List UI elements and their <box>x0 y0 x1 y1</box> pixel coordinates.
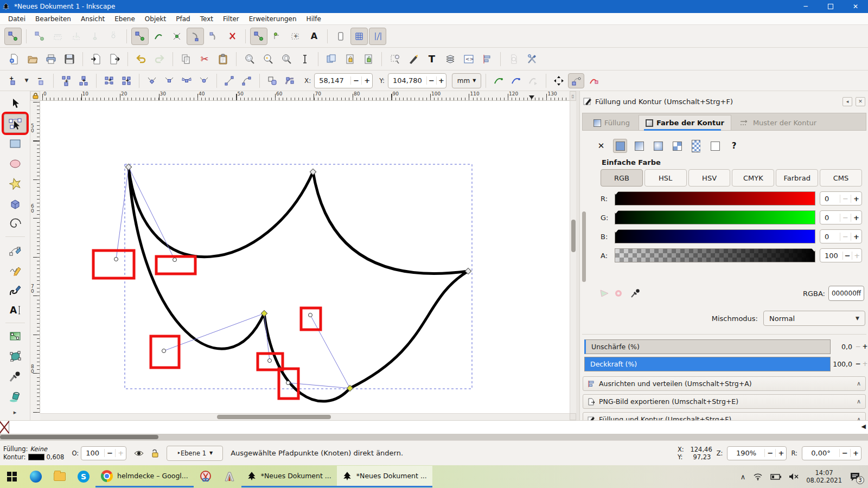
swatch-icon[interactable] <box>689 139 703 153</box>
node-tool-icon[interactable] <box>4 114 27 133</box>
zoom-drawing-icon[interactable] <box>259 50 277 68</box>
snap-master-icon[interactable] <box>4 28 22 45</box>
more-tools-icon[interactable]: ▸ <box>14 409 17 416</box>
tab-hsv[interactable]: HSV <box>688 169 731 187</box>
vscrollbar-handle[interactable] <box>571 220 576 252</box>
menu-item[interactable]: Bearbeiten <box>30 14 76 24</box>
rectangle-tool-icon[interactable] <box>4 134 27 153</box>
join-node-icon[interactable]: + <box>58 73 74 88</box>
snap-intersection-icon[interactable] <box>168 28 186 45</box>
object-opacity-field[interactable]: 100−+ <box>81 446 126 460</box>
insert-node-icon[interactable]: + <box>4 73 21 88</box>
action-center-button[interactable]: 3 <box>850 472 860 481</box>
blend-mode-dropdown[interactable]: Normal▼ <box>763 311 865 326</box>
dock-close-button[interactable]: ✕ <box>856 97 865 106</box>
inkscape-window-1-button[interactable]: *Neues Dokument ... <box>241 466 337 487</box>
blur-plus-button[interactable]: + <box>861 343 868 350</box>
unknown-paint-icon[interactable] <box>708 139 722 153</box>
object-to-path-icon[interactable] <box>264 73 280 88</box>
menu-item[interactable]: Erweiterungen <box>244 14 302 24</box>
inkscape-window-2-button[interactable]: *Neues Dokument ... <box>337 466 432 487</box>
curve-segment-icon[interactable] <box>239 73 255 88</box>
snap-others-icon[interactable] <box>250 28 267 45</box>
export-panel-bar[interactable]: PNG-Bild exportieren (Umschalt+Strg+E)∧ <box>583 394 866 409</box>
hscrollbar-handle[interactable] <box>217 415 331 419</box>
fill-stroke-panel-bar[interactable]: Füllung und Kontur (Umschalt+Strg+F)∧ <box>583 412 866 420</box>
alpha-value-field[interactable]: 100−+ <box>820 248 862 262</box>
export-icon[interactable] <box>106 50 123 68</box>
snap-bbox-corner-icon[interactable] <box>68 28 85 45</box>
snap-nodes-icon[interactable] <box>131 28 149 45</box>
duplicate-icon[interactable] <box>323 50 340 68</box>
pattern-icon[interactable] <box>670 139 684 153</box>
open-icon[interactable] <box>24 50 41 68</box>
snap-grid-icon[interactable] <box>350 28 368 45</box>
blur-value[interactable]: 0,0 <box>831 343 854 351</box>
help-icon[interactable]: ? <box>727 139 741 153</box>
lpe-show-icon[interactable] <box>525 73 541 88</box>
ruler-unit-corner-button[interactable]: ▯ <box>570 91 576 101</box>
layer-visibility-eye-icon[interactable] <box>134 450 144 457</box>
vertical-ruler[interactable]: 50607080 <box>30 101 40 413</box>
new-document-icon[interactable] <box>5 50 23 68</box>
layer-dropdown[interactable]: ‣Ebene 1▼ <box>167 446 223 461</box>
tab-fill[interactable]: Füllung <box>587 115 636 130</box>
minimize-button[interactable]: ─ <box>793 0 818 13</box>
tab-cms[interactable]: CMS <box>820 169 862 187</box>
path-outline-icon[interactable] <box>585 73 602 88</box>
start-button[interactable] <box>0 466 24 487</box>
snap-rotation-center-icon[interactable]: + <box>287 28 304 45</box>
file-explorer-button[interactable] <box>48 466 72 487</box>
palette-scrollbar-handle[interactable] <box>0 435 158 439</box>
menu-item[interactable]: Ansicht <box>76 14 110 24</box>
text-tool-icon[interactable]: A <box>4 300 27 319</box>
x-minus-button[interactable]: − <box>350 76 361 85</box>
unlink-clone-icon[interactable] <box>360 50 377 68</box>
guide-lock-button[interactable] <box>30 91 40 101</box>
blur-minus-button[interactable]: − <box>854 343 861 350</box>
tab-cmyk[interactable]: CMYK <box>732 169 774 187</box>
clone-icon[interactable] <box>341 50 359 68</box>
blue-slider[interactable] <box>615 229 815 243</box>
snap-guides-icon[interactable] <box>369 28 386 45</box>
menu-item[interactable]: Text <box>195 14 218 24</box>
tab-rgb[interactable]: RGB <box>601 169 643 187</box>
join-segment-icon[interactable]: + <box>101 73 117 88</box>
align-panel-bar[interactable]: Ausrichten und verteilen (Umschalt+Strg+… <box>583 376 866 391</box>
stroke-to-path-icon[interactable] <box>282 73 298 88</box>
pen-tool-icon[interactable] <box>4 240 27 259</box>
snap-path-icon[interactable] <box>150 28 167 45</box>
insert-node-menu-icon[interactable]: ▼ <box>22 73 31 88</box>
green-slider[interactable] <box>615 210 815 224</box>
layer-lock-icon[interactable] <box>151 449 159 458</box>
edit-paths-icon[interactable] <box>405 50 422 68</box>
wifi-icon[interactable] <box>753 473 763 480</box>
snap-object-center-icon[interactable] <box>269 28 286 45</box>
delete-node-icon[interactable]: − <box>33 73 49 88</box>
snap-bbox-edge-icon[interactable] <box>49 28 67 45</box>
mesh-tool-icon[interactable] <box>4 346 27 365</box>
zoom-page-icon[interactable] <box>278 50 295 68</box>
snap-page-border-icon[interactable] <box>332 28 349 45</box>
canvas-hscrollbar[interactable] <box>40 413 570 420</box>
ellipse-tool-icon[interactable] <box>4 154 27 173</box>
menu-item[interactable]: Hilfe <box>302 14 326 24</box>
canvas-vscrollbar[interactable] <box>570 101 576 413</box>
lpe-next-icon[interactable] <box>508 73 524 88</box>
rotation-field[interactable]: 0,00°−+ <box>802 446 861 460</box>
palette-scrollbar[interactable] <box>0 434 868 440</box>
maximize-button[interactable] <box>818 0 843 13</box>
align-icon[interactable] <box>478 50 496 68</box>
snap-midpoint-red-icon[interactable] <box>224 28 241 45</box>
menu-item[interactable]: Ebene <box>110 14 140 24</box>
battery-icon[interactable] <box>770 474 781 480</box>
corner-node-icon[interactable] <box>144 73 160 88</box>
tab-farbrad[interactable]: Farbrad <box>776 169 818 187</box>
opacity-slider[interactable]: Deckkraft (%) <box>584 357 831 371</box>
menu-item[interactable]: Objekt <box>140 14 171 24</box>
fill-value[interactable]: Keine <box>30 446 47 453</box>
taskbar-clock[interactable]: 14:07 08.02.2021 <box>806 469 842 484</box>
alpha-slider[interactable] <box>615 248 815 262</box>
line-segment-icon[interactable] <box>221 73 238 88</box>
no-paint-icon[interactable]: ✕ <box>594 139 608 153</box>
